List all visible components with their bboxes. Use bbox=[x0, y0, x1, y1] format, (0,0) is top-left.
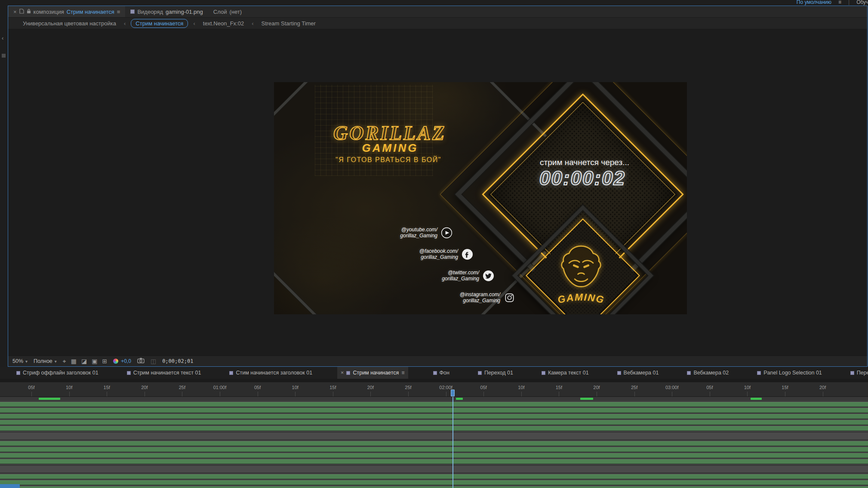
timeline-tab[interactable]: ×Стриф оффлайн заголовок 01≡ bbox=[13, 367, 102, 379]
breadcrumb-item[interactable]: text.Neon_Fx:02 bbox=[200, 19, 246, 28]
workspace-learn[interactable]: Обучение bbox=[856, 0, 868, 5]
footage-icon bbox=[130, 9, 135, 14]
timeline-tab[interactable]: ×Камера текст 01≡ bbox=[538, 367, 592, 379]
exposure-value[interactable]: +0,0 bbox=[121, 358, 131, 364]
gorilla-logo: GAMING bbox=[547, 243, 616, 309]
close-icon[interactable]: × bbox=[341, 370, 344, 376]
keyframe-marker[interactable] bbox=[751, 398, 762, 400]
keyframe-marker[interactable] bbox=[39, 398, 60, 400]
countdown-label: стрим начнется через... bbox=[540, 158, 629, 167]
composition-viewer[interactable]: GORILLAZ GAMING "Я ГОТОВ РВАТЬСЯ В БОЙ" … bbox=[8, 29, 867, 356]
instagram-icon bbox=[504, 292, 515, 304]
comp-icon bbox=[850, 371, 854, 375]
layer-bar[interactable] bbox=[0, 447, 868, 452]
layer-bar[interactable] bbox=[0, 453, 868, 458]
layer-bar[interactable] bbox=[0, 480, 868, 485]
workspace-default[interactable]: По умолчанию bbox=[797, 0, 831, 5]
comp-icon bbox=[127, 371, 131, 375]
timeline-tab[interactable]: ×Стрим начинается текст 01≡ bbox=[123, 367, 205, 379]
tool-square-icon[interactable] bbox=[2, 54, 6, 58]
social-row-facebook: @facebook.com/gorillaz_Gaming bbox=[419, 248, 473, 261]
timeline-tab[interactable]: ×Вебкамера 02≡ bbox=[683, 367, 732, 379]
composition-panel: × композиция Стрим начинается ≡ Видеоряд… bbox=[8, 6, 868, 367]
social-row-youtube: @youtube.com/gorillaz_Gaming bbox=[400, 227, 452, 239]
mask-visibility-icon[interactable]: ◪ bbox=[81, 358, 87, 365]
tab-comp-name[interactable]: Стрим начинается bbox=[67, 9, 114, 15]
timeline-tab-label: Стрим начинается текст 01 bbox=[133, 370, 201, 376]
gorilla-face-icon bbox=[557, 243, 605, 291]
ruler-tick: 10f bbox=[506, 385, 536, 390]
layer-bar[interactable] bbox=[0, 441, 868, 446]
layer-bar[interactable] bbox=[0, 420, 868, 425]
show-snapshot-icon[interactable]: ◫ bbox=[151, 358, 156, 365]
layer-bar[interactable] bbox=[0, 474, 868, 479]
brand-quote: "Я ГОТОВ РВАТЬСЯ В БОЙ" bbox=[336, 156, 441, 164]
workspace-menu-icon[interactable]: ≡ bbox=[838, 0, 841, 5]
panel-tabbar: × композиция Стрим начинается ≡ Видеоряд… bbox=[8, 6, 867, 18]
breadcrumb-item[interactable]: Универсальная цветовая настройка bbox=[20, 19, 119, 28]
layer-bar[interactable] bbox=[0, 402, 868, 407]
keyframe-marker[interactable] bbox=[580, 398, 593, 400]
chevron-down-icon: ▾ bbox=[25, 359, 28, 364]
page-icon bbox=[19, 9, 24, 15]
tab-footage[interactable]: Видеоряд gaming-01.png bbox=[125, 6, 208, 17]
composition-canvas[interactable]: GORILLAZ GAMING "Я ГОТОВ РВАТЬСЯ В БОЙ" … bbox=[274, 82, 687, 314]
social-line1: @youtube.com/ bbox=[400, 227, 437, 233]
timeline-tracks[interactable] bbox=[0, 397, 868, 488]
timeline-tab-label: Вебкамера 01 bbox=[624, 370, 659, 376]
lock-icon[interactable] bbox=[27, 9, 31, 15]
timeline-tab[interactable]: ×Стрим начинается≡ bbox=[337, 367, 408, 379]
timeline-tab[interactable]: ×Вебкамера 01≡ bbox=[614, 367, 662, 379]
safe-zones-icon[interactable]: ⌖ bbox=[63, 358, 66, 365]
region-of-interest-icon[interactable]: ▣ bbox=[92, 358, 97, 365]
tab-composition[interactable]: × композиция Стрим начинается ≡ bbox=[8, 6, 125, 17]
breadcrumb-item[interactable]: Стрим начинается bbox=[131, 19, 188, 28]
ruler-tick: 15f bbox=[544, 385, 574, 390]
comp-icon bbox=[478, 371, 482, 375]
layer-bar[interactable] bbox=[0, 414, 868, 419]
close-icon[interactable]: × bbox=[13, 9, 17, 15]
ruler-tick: 05f bbox=[695, 385, 725, 390]
snapshot-icon[interactable] bbox=[137, 358, 145, 365]
social-line2: gorillaz_Gaming bbox=[400, 233, 437, 239]
pixel-aspect-icon[interactable]: ⊞ bbox=[102, 358, 107, 365]
tab-layer[interactable]: Слой (нет) bbox=[208, 6, 247, 17]
layer-bar[interactable] bbox=[0, 408, 868, 413]
timeline-tab-label: Вебкамера 02 bbox=[693, 370, 729, 376]
countdown-timer: 00:00:02 bbox=[539, 166, 625, 190]
zoom-value: 50% bbox=[12, 358, 23, 364]
horizontal-scrollbar[interactable] bbox=[0, 484, 20, 488]
playhead-head[interactable] bbox=[451, 390, 455, 396]
layer-bar[interactable] bbox=[0, 486, 868, 488]
timeline-tab[interactable]: ×Фон≡ bbox=[430, 367, 453, 379]
comp-icon bbox=[346, 371, 350, 375]
timeline-ruler[interactable]: 05f10f15f20f25f01:00f05f10f15f20f25f02:0… bbox=[0, 382, 868, 397]
track-gap bbox=[0, 432, 868, 440]
viewer-timecode[interactable]: 0;00;02;01 bbox=[162, 358, 193, 364]
playhead-line[interactable] bbox=[452, 397, 453, 488]
zoom-select[interactable]: 50%▾ bbox=[12, 358, 28, 364]
timeline-tab-label: Стрим начинается bbox=[353, 370, 399, 376]
collapse-chevron-icon[interactable]: ‹ bbox=[2, 35, 3, 41]
ruler-tick: 20f bbox=[582, 385, 612, 390]
timeline-tab[interactable]: ×Panel Logo Selection 01≡ bbox=[754, 367, 825, 379]
panel-menu-icon[interactable]: ≡ bbox=[117, 9, 120, 15]
timeline-tab-label: Фон bbox=[440, 370, 449, 376]
ruler-tick: 01:00f bbox=[205, 385, 235, 390]
layer-bar[interactable] bbox=[0, 459, 868, 464]
breadcrumb-separator: ‹ bbox=[193, 20, 195, 27]
timeline-tab[interactable]: ×Стим начинается заголовок 01≡ bbox=[226, 367, 316, 379]
transparency-grid-icon[interactable]: ▦ bbox=[71, 358, 77, 365]
breadcrumb-item[interactable]: Stream Starting Timer bbox=[259, 19, 318, 28]
layer-bar[interactable] bbox=[0, 426, 868, 431]
adjust-exposure-icon[interactable] bbox=[113, 359, 118, 364]
timeline-tab[interactable]: ×Переход 04≡ bbox=[847, 367, 868, 379]
timeline-tabs: ×Стриф оффлайн заголовок 01≡×Стрим начин… bbox=[0, 367, 868, 379]
ruler-tick: 02:00f bbox=[431, 385, 461, 390]
facebook-icon bbox=[462, 249, 473, 260]
resolution-select[interactable]: Полное▾ bbox=[34, 358, 57, 364]
keyframe-marker[interactable] bbox=[456, 398, 463, 400]
timeline-tab[interactable]: ×Переход 01≡ bbox=[474, 367, 517, 379]
panel-menu-icon[interactable]: ≡ bbox=[401, 370, 404, 376]
social-line1: @instagram.com/ bbox=[460, 292, 500, 298]
